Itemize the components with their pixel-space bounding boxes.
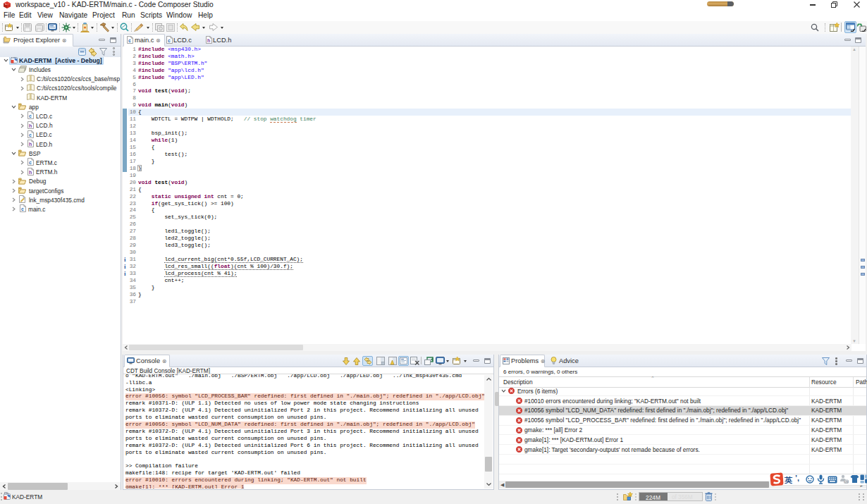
svg-text:CCS: CCS: [11, 57, 16, 59]
svg-text:c: c: [128, 38, 131, 43]
svg-text:h: h: [29, 170, 32, 175]
svg-text:c: c: [21, 207, 24, 211]
svg-text:CCS: CCS: [4, 492, 8, 495]
svg-text:h: h: [29, 142, 32, 147]
svg-text:h: h: [29, 123, 32, 128]
svg-text:c: c: [29, 133, 32, 137]
svg-text:c: c: [29, 113, 32, 118]
svg-text:c: c: [29, 160, 32, 165]
svg-text:c: c: [168, 38, 171, 43]
svg-text:DN: DN: [844, 481, 849, 484]
svg-text:h: h: [207, 38, 210, 43]
